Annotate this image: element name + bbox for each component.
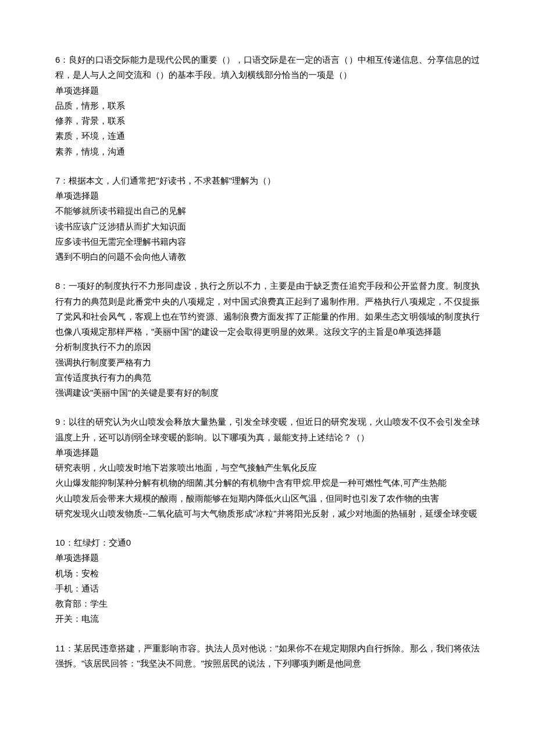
option: 手机：通话 [55, 581, 480, 596]
question-stem: 11：某居民违章搭建，严重影响市容。执法人员对他说："如果你不在规定期限内自行拆… [55, 641, 480, 672]
stem-text: 良好的口语交际能力是现代公民的重要（），口语交际是在一定的语言（）中相互传递信息… [55, 55, 480, 80]
question-stem: 7：根据本文，人们通常把"好读书，不求甚解"理解为（） [55, 173, 480, 188]
option: 机场：安检 [55, 566, 480, 581]
question-type: 单项选择题 [55, 83, 480, 98]
option: 分析制度执行不力的原因 [55, 339, 480, 354]
option: 修养，背景，联系 [55, 113, 480, 128]
option: 遇到不明白的问题不会向他人请教 [55, 249, 480, 264]
option: 研究表明，火山喷发时地下岩浆喷出地面，与空气接触产生氧化反应 [55, 460, 480, 475]
option: 强调执行制度要严格有力 [55, 355, 480, 370]
option: 火山喷发后会带来大规模的酸雨，酸雨能够在短期内降低火山区气温，但同时也引发了农作… [55, 491, 480, 506]
stem-text: 红绿灯：交通0 [74, 538, 131, 547]
question-type: 单项选择题 [55, 550, 480, 565]
question-8: 8：一项好的制度执行不力形同虚设，执行之所以不力，主要是由于缺乏责任追究手段和公… [55, 278, 480, 400]
option: 品质，情形，联系 [55, 98, 480, 113]
question-type: 单项选择题 [55, 445, 480, 460]
option: 开关：电流 [55, 611, 480, 626]
option: 读书应该广泛涉猎从而扩大知识面 [55, 219, 480, 234]
option: 强调建设"美丽中国"的关键是要有好的制度 [55, 385, 480, 400]
question-stem: 6：良好的口语交际能力是现代公民的重要（），口语交际是在一定的语言（）中相互传递… [55, 52, 480, 83]
question-number: 11 [55, 643, 65, 653]
stem-text: 一项好的制度执行不力形同虚设，执行之所以不力，主要是由于缺乏责任追究手段和公开监… [55, 281, 480, 336]
question-number: 10 [55, 538, 65, 547]
document-page: 6：良好的口语交际能力是现代公民的重要（），口语交际是在一定的语言（）中相互传递… [0, 0, 535, 756]
question-9: 9：以往的研究认为火山喷发会释放大量热量，引发全球变暖，但近日的研究发现，火山喷… [55, 414, 480, 521]
question-11: 11：某居民违章搭建，严重影响市容。执法人员对他说："如果你不在规定期限内自行拆… [55, 641, 480, 672]
question-6: 6：良好的口语交际能力是现代公民的重要（），口语交际是在一定的语言（）中相互传递… [55, 52, 480, 159]
question-type: 单项选择题 [55, 188, 480, 203]
question-10: 10：红绿灯：交通0 单项选择题 机场：安检 手机：通话 教育部：学生 开关：电… [55, 535, 480, 627]
option: 教育部：学生 [55, 596, 480, 611]
option: 应多读书但无需完全理解书籍内容 [55, 234, 480, 249]
stem-text: 某居民违章搭建，严重影响市容。执法人员对他说："如果你不在规定期限内自行拆除。那… [55, 643, 480, 668]
question-stem: 9：以往的研究认为火山喷发会释放大量热量，引发全球变暖，但近日的研究发现，火山喷… [55, 414, 480, 445]
stem-text: 以往的研究认为火山喷发会释放大量热量，引发全球变暖，但近日的研究发现，火山喷发不… [55, 417, 480, 442]
question-number: 8 [55, 281, 60, 291]
option: 宣传适度执行有力的典范 [55, 370, 480, 385]
option: 素质，环境，连通 [55, 128, 480, 144]
question-7: 7：根据本文，人们通常把"好读书，不求甚解"理解为（） 单项选择题 不能够就所读… [55, 173, 480, 265]
option: 研究发现火山喷发物质--二氧化硫可与大气物质形成"冰粒"并将阳光反射，减少对地面… [55, 506, 480, 521]
question-stem: 8：一项好的制度执行不力形同虚设，执行之所以不力，主要是由于缺乏责任追究手段和公… [55, 278, 480, 339]
stem-text: 根据本文，人们通常把"好读书，不求甚解"理解为（） [69, 175, 276, 185]
question-number: 9 [55, 417, 60, 427]
question-stem: 10：红绿灯：交通0 [55, 535, 480, 550]
option: 火山爆发能抑制某种分解有机物的细菌,其分解的有机物中含有甲烷.甲烷是一种可燃性气… [55, 475, 480, 490]
question-number: 7 [55, 175, 60, 185]
question-number: 6 [55, 55, 60, 65]
option: 素养，情境，沟通 [55, 144, 480, 159]
option: 不能够就所读书籍提出自己的见解 [55, 203, 480, 218]
